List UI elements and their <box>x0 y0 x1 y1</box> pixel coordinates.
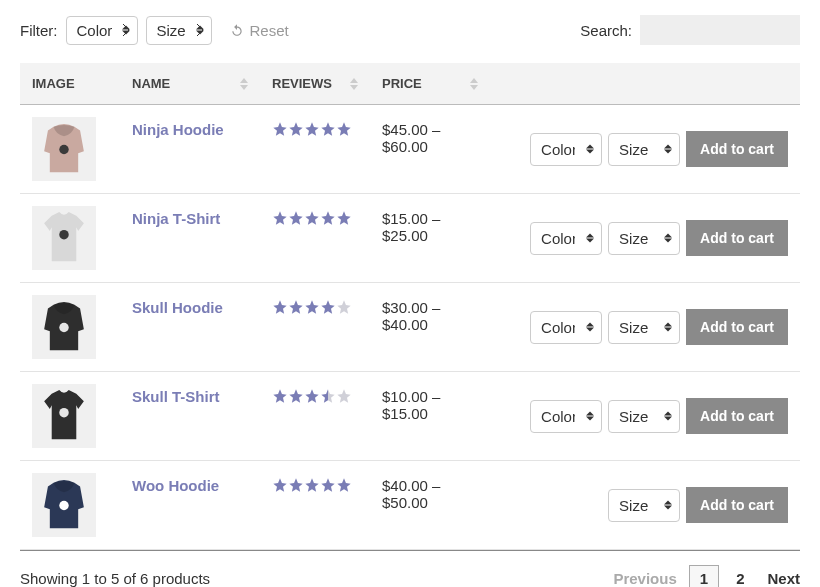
reset-label: Reset <box>250 22 289 39</box>
filter-size-select[interactable]: Size <box>146 16 212 45</box>
variant-color-select-wrap: Color <box>530 222 602 255</box>
variant-size-select[interactable]: Size <box>608 400 680 433</box>
variant-size-select[interactable]: Size <box>608 311 680 344</box>
col-header-reviews[interactable]: REVIEWS <box>260 63 370 105</box>
filter-label: Filter: <box>20 22 58 39</box>
svg-point-1 <box>59 230 68 239</box>
table-row: Ninja T-Shirt $15.00 – $25.00ColorSizeAd… <box>20 194 800 283</box>
product-price: $15.00 – $25.00 <box>382 210 440 244</box>
sort-icon <box>470 78 478 90</box>
variant-size-select-wrap: Size <box>608 489 680 522</box>
variant-color-select[interactable]: Color <box>530 400 602 433</box>
variant-color-select[interactable]: Color <box>530 222 602 255</box>
product-name-link[interactable]: Ninja Hoodie <box>132 121 224 138</box>
product-thumb[interactable] <box>32 206 96 270</box>
product-table: IMAGE NAME REVIEWS PRICE Ninja Hoodie <box>20 63 800 550</box>
svg-point-2 <box>59 323 68 332</box>
variant-color-select-wrap: Color <box>530 133 602 166</box>
product-name-link[interactable]: Skull T-Shirt <box>132 388 220 405</box>
filter-color-select[interactable]: Color <box>66 16 138 45</box>
rating-stars <box>272 388 358 404</box>
variant-size-select-wrap: Size <box>608 400 680 433</box>
variant-size-select[interactable]: Size <box>608 133 680 166</box>
rating-stars <box>272 299 358 315</box>
search-label: Search: <box>580 22 632 39</box>
row-actions: ColorSizeAdd to cart <box>502 220 788 256</box>
svg-point-4 <box>59 501 68 510</box>
page-number[interactable]: 2 <box>725 565 755 587</box>
pagination: Previous 12 Next <box>613 565 800 587</box>
product-name-link[interactable]: Woo Hoodie <box>132 477 219 494</box>
variant-size-select-wrap: Size <box>608 133 680 166</box>
variant-color-select-wrap: Color <box>530 400 602 433</box>
col-header-name[interactable]: NAME <box>120 63 260 105</box>
table-row: Woo Hoodie $40.00 – $50.00SizeAdd to car… <box>20 461 800 550</box>
row-actions: ColorSizeAdd to cart <box>502 398 788 434</box>
filter-size-select-wrap: Size <box>146 16 212 45</box>
product-price: $30.00 – $40.00 <box>382 299 440 333</box>
search-input[interactable] <box>640 15 800 45</box>
row-actions: ColorSizeAdd to cart <box>502 309 788 345</box>
product-thumb[interactable] <box>32 295 96 359</box>
variant-color-select-wrap: Color <box>530 311 602 344</box>
table-row: Skull Hoodie $30.00 – $40.00ColorSizeAdd… <box>20 283 800 372</box>
footer: Showing 1 to 5 of 6 products Previous 12… <box>20 551 800 587</box>
filter-color-select-wrap: Color <box>66 16 138 45</box>
prev-link[interactable]: Previous <box>613 570 676 587</box>
filter-group: Filter: Color Size Reset <box>20 16 289 45</box>
product-name-link[interactable]: Ninja T-Shirt <box>132 210 220 227</box>
sort-icon <box>350 78 358 90</box>
row-actions: SizeAdd to cart <box>502 487 788 523</box>
variant-size-select-wrap: Size <box>608 311 680 344</box>
add-to-cart-button[interactable]: Add to cart <box>686 487 788 523</box>
product-thumb[interactable] <box>32 384 96 448</box>
variant-size-select[interactable]: Size <box>608 222 680 255</box>
search-group: Search: <box>580 15 800 45</box>
svg-point-0 <box>59 145 68 154</box>
product-price: $45.00 – $60.00 <box>382 121 440 155</box>
col-header-actions <box>490 63 800 105</box>
add-to-cart-button[interactable]: Add to cart <box>686 309 788 345</box>
rating-stars <box>272 121 358 137</box>
variant-color-select[interactable]: Color <box>530 311 602 344</box>
col-header-image: IMAGE <box>20 63 120 105</box>
variant-size-select[interactable]: Size <box>608 489 680 522</box>
sort-icon <box>240 78 248 90</box>
results-summary: Showing 1 to 5 of 6 products <box>20 570 210 587</box>
page-number[interactable]: 1 <box>689 565 719 587</box>
table-header-row: IMAGE NAME REVIEWS PRICE <box>20 63 800 105</box>
product-price: $10.00 – $15.00 <box>382 388 440 422</box>
add-to-cart-button[interactable]: Add to cart <box>686 131 788 167</box>
table-row: Skull T-Shirt $10.00 – $15.00ColorSizeAd… <box>20 372 800 461</box>
variant-size-select-wrap: Size <box>608 222 680 255</box>
rating-stars <box>272 210 358 226</box>
svg-point-3 <box>59 408 68 417</box>
add-to-cart-button[interactable]: Add to cart <box>686 220 788 256</box>
top-bar: Filter: Color Size Reset Search: <box>20 15 800 45</box>
product-thumb[interactable] <box>32 473 96 537</box>
product-thumb[interactable] <box>32 117 96 181</box>
product-name-link[interactable]: Skull Hoodie <box>132 299 223 316</box>
table-row: Ninja Hoodie $45.00 – $60.00ColorSizeAdd… <box>20 105 800 194</box>
reset-link[interactable]: Reset <box>230 22 289 39</box>
next-link[interactable]: Next <box>767 570 800 587</box>
add-to-cart-button[interactable]: Add to cart <box>686 398 788 434</box>
product-price: $40.00 – $50.00 <box>382 477 440 511</box>
reset-icon <box>230 23 244 37</box>
rating-stars <box>272 477 358 493</box>
row-actions: ColorSizeAdd to cart <box>502 131 788 167</box>
variant-color-select[interactable]: Color <box>530 133 602 166</box>
col-header-price[interactable]: PRICE <box>370 63 490 105</box>
